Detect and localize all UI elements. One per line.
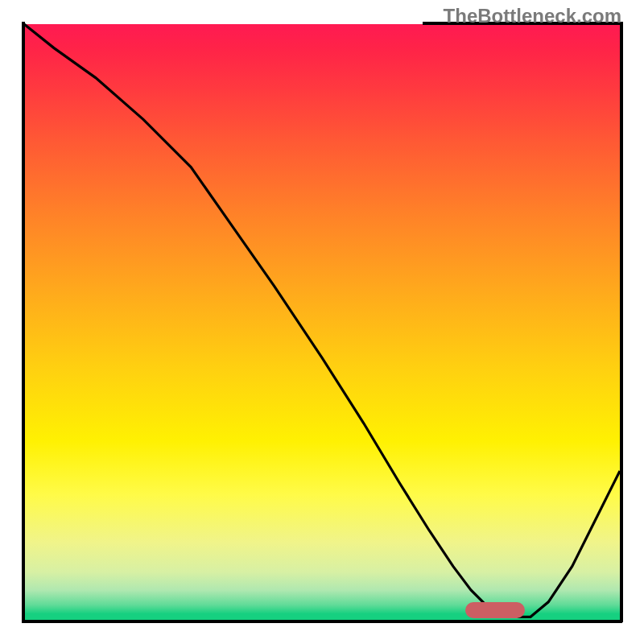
optimal-marker <box>465 602 525 618</box>
axis-bottom <box>22 620 622 623</box>
watermark-label: TheBottleneck.com <box>444 5 621 27</box>
axis-left <box>22 22 25 622</box>
bottleneck-curve <box>24 24 620 620</box>
axis-right <box>620 22 623 622</box>
curve-line <box>24 24 620 617</box>
bottleneck-chart: TheBottleneck.com <box>0 0 644 644</box>
